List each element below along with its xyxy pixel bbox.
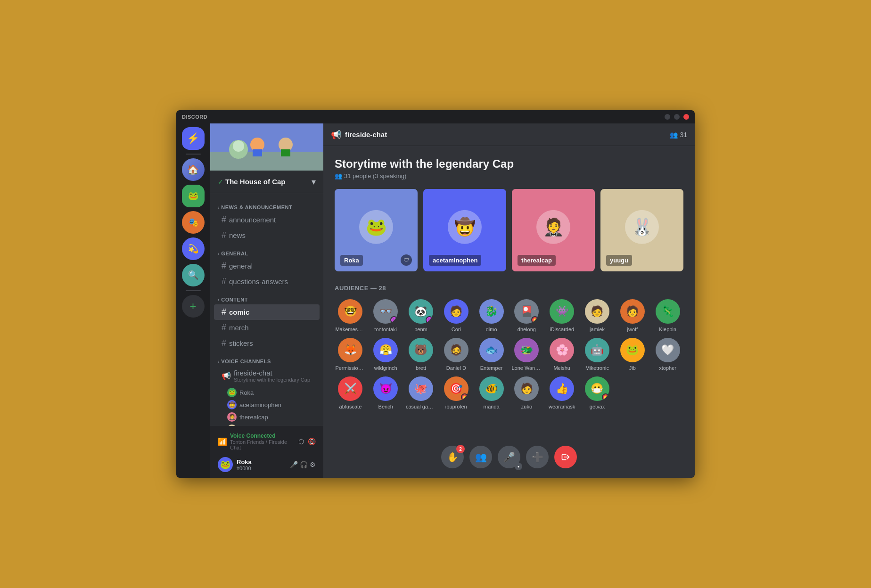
user-tag: #0000 — [237, 466, 286, 471]
audience-member-cori[interactable]: 🧑 Cori — [440, 299, 472, 332]
mute-icon[interactable]: 🎤 — [290, 461, 298, 468]
audience-member-casualgamer[interactable]: 🐙 casual gamer — [405, 376, 437, 409]
audience-avatar-getvax: 😷 🔔 — [585, 376, 609, 401]
leave-stage-button[interactable] — [554, 446, 577, 468]
voice-member-name-therealcap: therealcap — [239, 414, 268, 421]
audience-member-brett[interactable]: 🐻 brett — [405, 338, 437, 371]
audience-name-jwoff: jwoff — [627, 327, 638, 332]
server-icon-3[interactable]: 🎭 — [182, 211, 205, 234]
server-icon-2[interactable]: 🐸 — [182, 185, 205, 207]
svg-point-3 — [233, 140, 244, 152]
audience-member-danield[interactable]: 🧔 Daniel D — [440, 338, 472, 371]
audience-avatar-kleppin: 🦎 — [656, 299, 680, 324]
audience-member-tonton[interactable]: 👓 💜 tontontaki — [370, 299, 402, 332]
settings-icon[interactable]: ⚙ — [310, 461, 316, 468]
channel-announcement[interactable]: # announcement — [214, 212, 320, 228]
speaker-card-aceta[interactable]: 🤠 acetaminophen — [423, 189, 506, 271]
add-server-button[interactable]: + — [182, 295, 205, 318]
channel-questions[interactable]: # questions-answers — [214, 274, 320, 289]
minimize-btn[interactable]: ─ — [665, 114, 670, 120]
speaker-name-yuugu: yuugu — [606, 255, 632, 266]
audience-member-kleppin[interactable]: 🦎 Kleppin — [652, 299, 683, 332]
member-count: 31 — [680, 131, 687, 139]
audience-name-wildgrinch: wildgrinch — [374, 365, 397, 371]
close-btn[interactable]: ✕ — [683, 114, 689, 120]
audience-avatar-entemper: 🐟 — [479, 338, 504, 362]
disconnect-icon[interactable]: 📵 — [308, 438, 316, 445]
channel-name-stickers: stickers — [229, 339, 253, 347]
audience-member-jwoff[interactable]: 🧑 jwoff — [616, 299, 648, 332]
audience-avatar-ibuprofen: 🎯 🔔 — [444, 376, 468, 401]
add-speaker-button[interactable]: ➕ — [526, 446, 549, 468]
screen-share-icon[interactable]: ⬡ — [298, 438, 304, 445]
audience-avatar-permission: 🦊 — [338, 338, 362, 362]
audience-member-meishu[interactable]: 🌸 Meishu — [546, 338, 578, 371]
category-general[interactable]: › GENERAL — [210, 243, 323, 258]
audience-member-ibuprofen[interactable]: 🎯 🔔 ibuprofen — [440, 376, 472, 409]
voice-connected-bar: 📶 Voice Connected Tonton Friends / Fires… — [214, 430, 320, 453]
audience-member-benm[interactable]: 🐼 💜 benm — [405, 299, 437, 332]
audience-name-permission: Permission Man — [335, 365, 365, 371]
speaker-card-yuugu[interactable]: 🐰 yuugu — [600, 189, 683, 271]
voice-member-aceta[interactable]: 🤠 acetaminophen — [225, 399, 320, 411]
microphone-button[interactable]: 🎤 ▾ — [498, 446, 520, 468]
category-news[interactable]: › NEWS & ANNOUNCEMENT — [210, 197, 323, 212]
audience-member-jamiek[interactable]: 🧑 jamiek — [582, 299, 613, 332]
maximize-btn[interactable]: □ — [674, 114, 680, 120]
category-content[interactable]: › CONTENT — [210, 289, 323, 304]
server-icon-1[interactable]: 🏠 — [182, 158, 205, 181]
audience-member-entemper[interactable]: 🐟 Entemper — [476, 338, 507, 371]
raise-hand-button[interactable]: ✋ 2 — [441, 446, 464, 468]
channel-comic[interactable]: # comic — [214, 304, 320, 320]
server-name-bar[interactable]: ✓ The House of Cap ▾ — [210, 171, 323, 193]
audience-name-dhelong: dhelong — [518, 327, 536, 332]
dhelong-badge: 🔔 — [531, 316, 539, 324]
voice-member-roka[interactable]: 🐸 Roka — [225, 386, 320, 399]
audience-name-bench: Bench — [378, 404, 393, 409]
audience-member-lonewanderer[interactable]: 🐲 Lone Wanderer — [511, 338, 542, 371]
channel-news[interactable]: # news — [214, 228, 320, 243]
speaker-name-aceta: acetaminophen — [429, 255, 481, 266]
audience-member-dhelong[interactable]: 🎴 🔔 dhelong — [511, 299, 542, 332]
channel-general[interactable]: # general — [214, 258, 320, 274]
user-info: Roka #0000 — [237, 458, 286, 471]
audience-member-idiscarded[interactable]: 👾 iDiscarded — [546, 299, 578, 332]
audience-member-dimo[interactable]: 🐉 dimo — [476, 299, 507, 332]
speaker-card-roka[interactable]: 🐸 Roka 🛡 — [335, 189, 418, 271]
audience-avatar-brett: 🐻 — [409, 338, 433, 362]
stage-toolbar: ✋ 2 👥 🎤 ▾ ➕ — [441, 446, 577, 468]
audience-member-bench[interactable]: 😈 Bench — [370, 376, 402, 409]
voice-members-list: 🐸 Roka 🤠 acetaminophen 🤵 therealcap 🐰 yu… — [210, 385, 323, 426]
category-news-label: NEWS & ANNOUNCEMENT — [221, 204, 292, 210]
voice-member-therealcap[interactable]: 🤵 therealcap — [225, 411, 320, 423]
headset-icon[interactable]: 🎧 — [300, 461, 308, 468]
channel-merch[interactable]: # merch — [214, 320, 320, 335]
audience-member-makeme[interactable]: 🤓 Makemespeakrr — [335, 299, 366, 332]
channel-name-questions: questions-answers — [229, 278, 288, 286]
audience-member-jib[interactable]: 🐸 Jib — [616, 338, 648, 371]
audience-avatar-jwoff: 🧑 — [620, 299, 645, 324]
audience-member-abfuscate[interactable]: ⚔️ abfuscate — [335, 376, 366, 409]
audience-member-getvax[interactable]: 😷 🔔 getvax — [582, 376, 613, 409]
audience-avatar-tonton: 👓 💜 — [373, 299, 398, 324]
speaker-card-therealcap[interactable]: 🤵 therealcap — [512, 189, 595, 271]
server-icon-4[interactable]: 💫 — [182, 237, 205, 260]
mic-dropdown-icon[interactable]: ▾ — [515, 463, 522, 470]
category-voice[interactable]: › VOICE CHANNELS — [210, 351, 323, 366]
audience-name-benm: benm — [414, 327, 427, 332]
server-icon-5[interactable]: 🔍 — [182, 264, 205, 286]
user-bar[interactable]: 🐸 Roka #0000 🎤 🎧 ⚙ — [214, 455, 320, 474]
channel-header-right: 👥 31 — [670, 131, 687, 139]
voice-channel-fireside[interactable]: 📢 fireside-chat Storytime with the legen… — [214, 366, 320, 385]
audience-member-permission[interactable]: 🦊 Permission Man — [335, 338, 366, 371]
audience-member-wearamask[interactable]: 👍 wearamask — [546, 376, 578, 409]
channel-stickers[interactable]: # stickers — [214, 335, 320, 351]
audience-member-rnanda[interactable]: 🐠 rnanda — [476, 376, 507, 409]
discord-home-icon[interactable]: ⚡ — [182, 127, 205, 150]
audience-member-wildgrinch[interactable]: 😤 wildgrinch — [370, 338, 402, 371]
audience-member-miketronic[interactable]: 🤖 Miketronic — [582, 338, 613, 371]
members-button[interactable]: 👥 — [469, 446, 492, 468]
audience-member-zuko[interactable]: 🧑 zuko — [511, 376, 542, 409]
audience-name-jib: Jib — [629, 365, 636, 371]
audience-member-xtopher[interactable]: 🤍 xtopher — [652, 338, 683, 371]
